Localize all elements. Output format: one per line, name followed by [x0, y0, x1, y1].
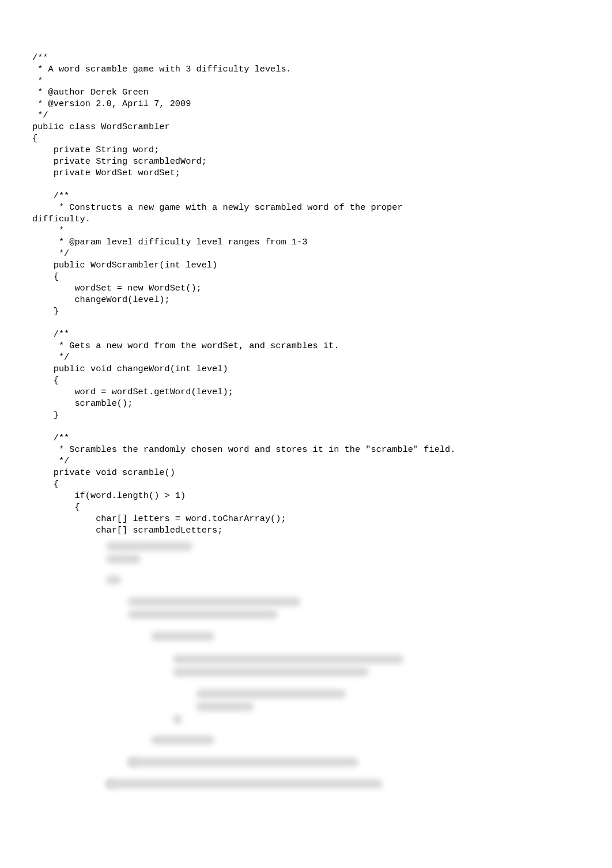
code-line: scramble(); [32, 398, 133, 409]
code-line [32, 318, 54, 328]
code-line: public void changeWord(int level) [32, 364, 228, 374]
code-line: public class WordScrambler [32, 122, 170, 132]
code-line: * Scrambles the randomly chosen word and… [32, 444, 455, 455]
code-line: char[] scrambledLetters; [32, 525, 222, 535]
code-line: * [32, 225, 69, 236]
code-line: /** [32, 433, 69, 443]
obscured-code-region [32, 539, 580, 839]
code-line: * Constructs a new game with a newly scr… [32, 202, 408, 213]
code-line: /** [32, 191, 69, 201]
code-line: private WordSet wordSet; [32, 168, 180, 178]
code-line: * [32, 76, 48, 86]
code-line: { [32, 271, 59, 282]
code-line: changeWord(level); [32, 295, 170, 305]
code-line: * @param level difficulty level ranges f… [32, 237, 307, 247]
code-line: { [32, 479, 59, 489]
code-line: */ [32, 248, 69, 259]
code-line: } [32, 410, 59, 420]
code-line: } [32, 306, 59, 316]
code-line: { [32, 375, 59, 386]
code-line: /** [32, 329, 69, 339]
code-line: { [32, 133, 37, 144]
code-line [32, 421, 54, 432]
code-line: * A word scramble game with 3 difficulty… [32, 64, 292, 74]
code-line: private String scrambledWord; [32, 156, 207, 167]
code-document: /** * A word scramble game with 3 diffic… [0, 0, 612, 868]
code-line: * @author Derek Green [32, 87, 149, 97]
code-line: * @version 2.0, April 7, 2009 [32, 99, 191, 109]
code-line: if(word.length() > 1) [32, 490, 186, 501]
code-line: */ [32, 110, 48, 120]
code-line: wordSet = new WordSet(); [32, 283, 202, 293]
code-line: /** [32, 52, 48, 63]
code-line: * Gets a new word from the wordSet, and … [32, 341, 339, 351]
code-line: private void scramble() [32, 467, 175, 478]
code-line: private String word; [32, 145, 159, 155]
code-line: char[] letters = word.toCharArray(); [32, 514, 286, 524]
code-line: { [32, 502, 80, 512]
code-line: word = wordSet.getWord(level); [32, 387, 233, 397]
code-line: difficulty. [32, 214, 90, 224]
code-line: */ [32, 352, 69, 363]
code-line: public WordScrambler(int level) [32, 260, 217, 270]
code-line: */ [32, 456, 74, 466]
